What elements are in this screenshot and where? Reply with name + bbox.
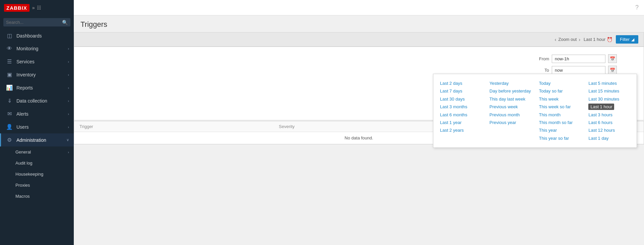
- sidebar-subitem-proxies[interactable]: Proxies: [0, 180, 74, 191]
- time-option-last-6-hours[interactable]: Last 6 hours: [588, 120, 612, 125]
- sidebar-item-label: Services: [16, 59, 68, 64]
- time-option-last-5-minutes[interactable]: Last 5 minutes: [588, 81, 617, 86]
- to-calendar-button[interactable]: 📅: [608, 66, 617, 74]
- search-input[interactable]: [3, 18, 70, 26]
- time-picker-col-2: Yesterday Day before yesterday This day …: [489, 79, 531, 142]
- to-label: To: [539, 68, 549, 73]
- sidebar-item-users[interactable]: 👤 Users ›: [0, 120, 74, 133]
- time-option-this-year[interactable]: This year: [539, 128, 557, 133]
- time-option-last-12-hours[interactable]: Last 12 hours: [588, 128, 615, 133]
- last-hour-display: Last 1 hour ⏰: [584, 37, 612, 42]
- time-option-previous-week[interactable]: Previous week: [489, 104, 518, 109]
- time-option-last-15-minutes[interactable]: Last 15 minutes: [588, 88, 619, 94]
- zabbix-logo: ZABBIX: [4, 4, 30, 12]
- reports-icon: 📊: [6, 84, 13, 91]
- time-option-last-3-hours[interactable]: Last 3 hours: [588, 112, 612, 117]
- subitem-label: Macros: [15, 194, 30, 199]
- time-option-last-30-days[interactable]: Last 30 days: [440, 97, 465, 102]
- time-option-last-30-minutes[interactable]: Last 30 minutes: [588, 97, 619, 102]
- time-option-this-week[interactable]: This week: [539, 97, 559, 102]
- time-option-yesterday[interactable]: Yesterday: [489, 81, 508, 86]
- from-calendar-button[interactable]: 📅: [608, 54, 617, 63]
- from-label: From: [539, 56, 549, 61]
- sidebar-item-label: Alerts: [16, 111, 68, 117]
- sidebar-item-label: Monitoring: [16, 46, 68, 51]
- sidebar-item-services[interactable]: ☰ Services ›: [0, 55, 74, 68]
- time-picker-col-3: Today Today so far This week This week s…: [539, 79, 581, 142]
- from-input[interactable]: [552, 55, 605, 63]
- time-option-day-before-yesterday[interactable]: Day before yesterday: [489, 88, 531, 94]
- time-option-previous-month[interactable]: Previous month: [489, 112, 520, 117]
- sidebar: ZABBIX » ☷ 🔍 ◫ Dashboards 👁 Monitoring ›…: [0, 0, 74, 245]
- dashboards-icon: ◫: [6, 33, 13, 39]
- sidebar-item-reports[interactable]: 📊 Reports ›: [0, 81, 74, 94]
- zoom-out-label: Zoom out: [558, 37, 577, 42]
- sidebar-subitem-audit-log[interactable]: Audit log: [0, 158, 74, 169]
- time-picker-col-4: Last 5 minutes Last 15 minutes Last 30 m…: [588, 79, 630, 142]
- time-option-last-1-day[interactable]: Last 1 day: [588, 136, 608, 141]
- chevron-icon: ›: [68, 73, 69, 77]
- expand-icon[interactable]: »: [32, 5, 35, 10]
- sidebar-subitem-general[interactable]: General ›: [0, 146, 74, 158]
- sidebar-item-data-collection[interactable]: ⇓ Data collection ›: [0, 94, 74, 107]
- sidebar-search-area: 🔍: [0, 15, 74, 29]
- date-range-section: From 📅 To 📅 Apply 时间审计: [74, 47, 644, 120]
- sidebar-subitem-housekeeping[interactable]: Housekeeping: [0, 169, 74, 180]
- data-collection-icon: ⇓: [6, 98, 13, 104]
- last-hour-text: Last 1 hour: [584, 37, 605, 42]
- sidebar-subitem-macros[interactable]: Macros: [0, 191, 74, 202]
- time-option-today[interactable]: Today: [539, 81, 551, 86]
- chevron-icon: ›: [68, 47, 69, 51]
- filter-bar: ‹ Zoom out › Last 1 hour ⏰ Filter ◢: [74, 32, 644, 47]
- sidebar-item-label: Data collection: [16, 98, 68, 104]
- time-option-this-year-so-far[interactable]: This year so far: [539, 136, 569, 141]
- time-option-last-3-months[interactable]: Last 3 months: [440, 104, 468, 109]
- search-icon: 🔍: [62, 20, 68, 25]
- time-option-this-day-last-week[interactable]: This day last week: [489, 97, 525, 102]
- time-option-last-6-months[interactable]: Last 6 months: [440, 112, 468, 117]
- time-option-previous-year[interactable]: Previous year: [489, 120, 516, 125]
- time-option-last-2-years[interactable]: Last 2 years: [440, 128, 464, 133]
- sidebar-item-label: Reports: [16, 85, 68, 90]
- page-title: Triggers: [80, 20, 637, 29]
- time-option-this-week-so-far[interactable]: This week so far: [539, 104, 571, 109]
- grid-icon[interactable]: ☷: [37, 5, 41, 10]
- to-input[interactable]: [552, 66, 605, 74]
- time-option-last-1-year[interactable]: Last 1 year: [440, 120, 462, 125]
- chevron-right-icon: ›: [68, 150, 69, 154]
- time-option-this-month-so-far[interactable]: This month so far: [539, 120, 573, 125]
- help-icon[interactable]: ?: [635, 4, 639, 11]
- time-option-this-month[interactable]: This month: [539, 112, 560, 117]
- filter-label: Filter: [620, 37, 630, 42]
- subitem-label: Proxies: [15, 183, 30, 188]
- to-row: To 📅: [539, 66, 617, 74]
- zoom-nav: ‹ Zoom out ›: [555, 37, 580, 42]
- users-icon: 👤: [6, 124, 13, 130]
- sidebar-item-administration[interactable]: ⚙ Administration ∨: [0, 133, 74, 146]
- sidebar-item-alerts[interactable]: ✉ Alerts ›: [0, 107, 74, 120]
- inventory-icon: ▣: [6, 71, 13, 78]
- zoom-back-icon[interactable]: ‹: [555, 37, 556, 42]
- time-option-last-1-hour[interactable]: Last 1 hour: [588, 104, 614, 110]
- time-option-today-so-far[interactable]: Today so far: [539, 88, 563, 94]
- time-option-last-7-days[interactable]: Last 7 days: [440, 88, 463, 94]
- sidebar-item-inventory[interactable]: ▣ Inventory ›: [0, 68, 74, 81]
- sidebar-item-dashboards[interactable]: ◫ Dashboards: [0, 29, 74, 42]
- sidebar-item-monitoring[interactable]: 👁 Monitoring ›: [0, 42, 74, 55]
- sidebar-item-label: Administration: [16, 137, 66, 143]
- subitem-label: General: [15, 149, 31, 155]
- filter-button[interactable]: Filter ◢: [616, 35, 638, 44]
- chevron-icon: ›: [68, 86, 69, 90]
- chevron-up-icon: ∨: [66, 138, 69, 142]
- time-option-last-2-days[interactable]: Last 2 days: [440, 81, 463, 86]
- zoom-forward-icon[interactable]: ›: [579, 37, 580, 42]
- chevron-icon: ›: [68, 60, 69, 64]
- topbar: ?: [74, 0, 644, 15]
- administration-icon: ⚙: [6, 137, 13, 143]
- sidebar-item-label: Inventory: [16, 72, 68, 77]
- monitoring-icon: 👁: [6, 46, 13, 52]
- chevron-icon: ›: [68, 99, 69, 103]
- col-header-trigger: Trigger: [74, 121, 273, 132]
- col-header-severity: Severity: [273, 121, 444, 132]
- chevron-icon: ›: [68, 125, 69, 129]
